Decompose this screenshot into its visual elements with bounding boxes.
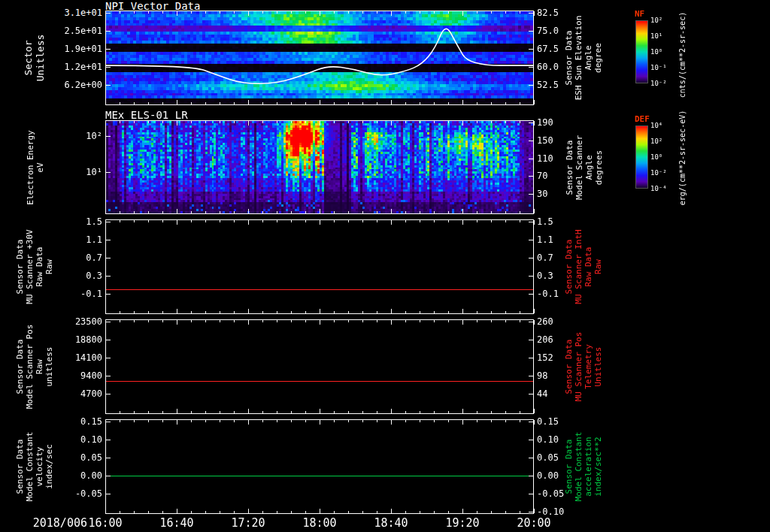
- x-minor-tick: [134, 11, 135, 14]
- x-minor-tick: [520, 420, 520, 422]
- x-minor-tick: [520, 121, 520, 123]
- x-minor-tick: [520, 211, 520, 213]
- x-minor-tick: [291, 121, 292, 123]
- x-minor-tick: [377, 311, 377, 313]
- x-major-tick: [320, 309, 320, 313]
- x-minor-tick: [405, 102, 406, 104]
- x-minor-tick: [362, 211, 363, 213]
- x-major-tick: [391, 409, 392, 413]
- x-minor-tick: [477, 11, 477, 14]
- x-major-tick: [534, 420, 535, 425]
- x-minor-tick: [120, 220, 120, 222]
- x-minor-tick: [505, 11, 506, 14]
- x-minor-tick: [148, 102, 149, 104]
- x-major-tick: [462, 100, 463, 104]
- x-minor-tick: [491, 11, 492, 14]
- x-minor-tick: [334, 511, 335, 513]
- y-tick-mark: [106, 476, 111, 476]
- x-minor-tick: [477, 311, 477, 313]
- x-minor-tick: [291, 420, 292, 422]
- x-axis-tick-label: 19:20: [436, 516, 489, 530]
- y-tick-mark: [106, 240, 111, 240]
- x-minor-tick: [362, 511, 363, 513]
- x-major-tick: [248, 420, 249, 425]
- y-tick-mark: [529, 358, 533, 358]
- y-tick-mark: [106, 222, 111, 222]
- x-minor-tick: [448, 411, 449, 413]
- colorbar-tick-label: 10²: [650, 17, 662, 24]
- x-major-tick: [248, 100, 249, 104]
- x-minor-tick: [148, 121, 149, 123]
- x-minor-tick: [477, 320, 477, 322]
- x-major-tick: [462, 320, 463, 325]
- x-minor-tick: [277, 411, 277, 413]
- x-minor-tick: [291, 211, 292, 213]
- x-minor-tick: [505, 311, 506, 313]
- x-minor-tick: [262, 121, 263, 123]
- x-minor-tick: [334, 411, 335, 413]
- x-minor-tick: [120, 311, 120, 313]
- x-minor-tick: [134, 311, 135, 313]
- x-minor-tick: [434, 420, 435, 422]
- x-minor-tick: [377, 121, 377, 123]
- x-minor-tick: [162, 211, 163, 213]
- colorbar-tick-label: 10⁴: [650, 122, 662, 129]
- y-tick-mark: [529, 122, 533, 123]
- x-minor-tick: [148, 11, 149, 14]
- x-minor-tick: [305, 320, 306, 322]
- x-major-tick: [105, 409, 106, 413]
- x-minor-tick: [448, 311, 449, 313]
- x-minor-tick: [520, 11, 520, 14]
- x-major-tick: [177, 209, 177, 213]
- x-minor-tick: [162, 420, 163, 422]
- y-tick-mark: [529, 322, 533, 322]
- x-minor-tick: [405, 121, 406, 123]
- y-tick-mark: [529, 194, 533, 195]
- y-tick-mark: [106, 85, 111, 86]
- x-minor-tick: [491, 121, 492, 123]
- x-minor-tick: [405, 511, 406, 513]
- x-major-tick: [177, 220, 177, 225]
- y-tick-mark: [529, 176, 533, 177]
- x-minor-tick: [448, 511, 449, 513]
- x-minor-tick: [148, 220, 149, 222]
- x-minor-tick: [520, 411, 520, 413]
- x-minor-tick: [134, 320, 135, 322]
- x-minor-tick: [277, 311, 277, 313]
- x-major-tick: [320, 209, 320, 213]
- x-major-tick: [177, 121, 177, 125]
- x-minor-tick: [448, 320, 449, 322]
- x-major-tick: [320, 509, 320, 513]
- y-tick-mark: [529, 276, 533, 277]
- x-minor-tick: [377, 511, 377, 513]
- x-minor-tick: [262, 420, 263, 422]
- y-tick-mark: [529, 394, 533, 394]
- x-major-tick: [248, 509, 249, 513]
- y-tick-mark: [106, 494, 111, 494]
- x-major-tick: [462, 509, 463, 513]
- colorbar-title: NF: [635, 9, 644, 19]
- x-minor-tick: [434, 411, 435, 413]
- x-minor-tick: [334, 211, 335, 213]
- y-tick-mark: [106, 13, 111, 14]
- x-major-tick: [462, 409, 463, 413]
- x-minor-tick: [220, 411, 220, 413]
- x-minor-tick: [291, 511, 292, 513]
- x-minor-tick: [191, 311, 192, 313]
- x-minor-tick: [120, 211, 120, 213]
- x-minor-tick: [277, 511, 277, 513]
- x-minor-tick: [334, 420, 335, 422]
- x-major-tick: [320, 11, 320, 16]
- x-minor-tick: [162, 102, 163, 104]
- x-minor-tick: [120, 11, 120, 14]
- y-tick-mark: [106, 136, 111, 137]
- x-minor-tick: [505, 121, 506, 123]
- colorbar-tick-label: 10²: [650, 138, 662, 145]
- colorbar-tick-label: 10⁰: [650, 153, 662, 161]
- x-major-tick: [534, 409, 535, 413]
- x-minor-tick: [491, 220, 492, 222]
- stacked-timeseries-plot-viewer: NPI Vector Data3.1e+012.5e+011.9e+011.2e…: [0, 0, 770, 532]
- x-major-tick: [177, 420, 177, 425]
- x-minor-tick: [205, 102, 206, 104]
- x-minor-tick: [120, 411, 120, 413]
